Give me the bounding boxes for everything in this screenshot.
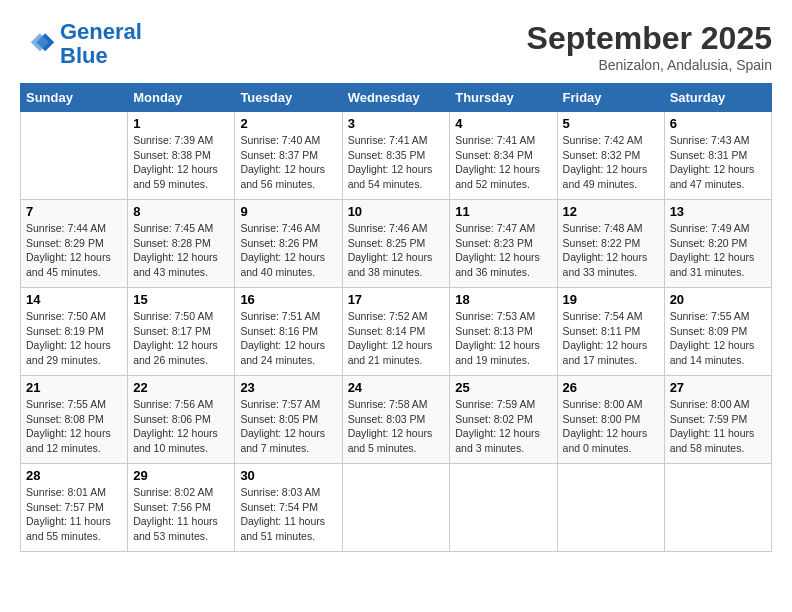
day-cell [342, 464, 450, 552]
day-cell: 25Sunrise: 7:59 AM Sunset: 8:02 PM Dayli… [450, 376, 557, 464]
day-info: Sunrise: 7:56 AM Sunset: 8:06 PM Dayligh… [133, 397, 229, 456]
day-info: Sunrise: 7:47 AM Sunset: 8:23 PM Dayligh… [455, 221, 551, 280]
day-cell: 7Sunrise: 7:44 AM Sunset: 8:29 PM Daylig… [21, 200, 128, 288]
col-header-wednesday: Wednesday [342, 84, 450, 112]
location: Benizalon, Andalusia, Spain [527, 57, 772, 73]
day-info: Sunrise: 7:54 AM Sunset: 8:11 PM Dayligh… [563, 309, 659, 368]
day-cell: 14Sunrise: 7:50 AM Sunset: 8:19 PM Dayli… [21, 288, 128, 376]
day-info: Sunrise: 7:53 AM Sunset: 8:13 PM Dayligh… [455, 309, 551, 368]
day-info: Sunrise: 7:42 AM Sunset: 8:32 PM Dayligh… [563, 133, 659, 192]
logo-icon [20, 26, 56, 62]
week-row-4: 21Sunrise: 7:55 AM Sunset: 8:08 PM Dayli… [21, 376, 772, 464]
day-info: Sunrise: 7:57 AM Sunset: 8:05 PM Dayligh… [240, 397, 336, 456]
calendar-table: SundayMondayTuesdayWednesdayThursdayFrid… [20, 83, 772, 552]
day-cell: 12Sunrise: 7:48 AM Sunset: 8:22 PM Dayli… [557, 200, 664, 288]
day-number: 30 [240, 468, 336, 483]
day-info: Sunrise: 7:48 AM Sunset: 8:22 PM Dayligh… [563, 221, 659, 280]
day-cell: 13Sunrise: 7:49 AM Sunset: 8:20 PM Dayli… [664, 200, 771, 288]
day-cell: 30Sunrise: 8:03 AM Sunset: 7:54 PM Dayli… [235, 464, 342, 552]
day-info: Sunrise: 7:49 AM Sunset: 8:20 PM Dayligh… [670, 221, 766, 280]
day-cell: 8Sunrise: 7:45 AM Sunset: 8:28 PM Daylig… [128, 200, 235, 288]
day-info: Sunrise: 7:50 AM Sunset: 8:19 PM Dayligh… [26, 309, 122, 368]
week-row-1: 1Sunrise: 7:39 AM Sunset: 8:38 PM Daylig… [21, 112, 772, 200]
day-cell: 4Sunrise: 7:41 AM Sunset: 8:34 PM Daylig… [450, 112, 557, 200]
day-number: 17 [348, 292, 445, 307]
col-header-thursday: Thursday [450, 84, 557, 112]
day-number: 19 [563, 292, 659, 307]
day-cell: 21Sunrise: 7:55 AM Sunset: 8:08 PM Dayli… [21, 376, 128, 464]
day-cell: 3Sunrise: 7:41 AM Sunset: 8:35 PM Daylig… [342, 112, 450, 200]
day-cell: 28Sunrise: 8:01 AM Sunset: 7:57 PM Dayli… [21, 464, 128, 552]
day-info: Sunrise: 7:55 AM Sunset: 8:08 PM Dayligh… [26, 397, 122, 456]
day-number: 9 [240, 204, 336, 219]
day-info: Sunrise: 7:43 AM Sunset: 8:31 PM Dayligh… [670, 133, 766, 192]
day-number: 13 [670, 204, 766, 219]
day-number: 20 [670, 292, 766, 307]
day-cell: 20Sunrise: 7:55 AM Sunset: 8:09 PM Dayli… [664, 288, 771, 376]
day-cell [450, 464, 557, 552]
day-cell: 26Sunrise: 8:00 AM Sunset: 8:00 PM Dayli… [557, 376, 664, 464]
day-number: 2 [240, 116, 336, 131]
day-info: Sunrise: 7:46 AM Sunset: 8:26 PM Dayligh… [240, 221, 336, 280]
week-row-2: 7Sunrise: 7:44 AM Sunset: 8:29 PM Daylig… [21, 200, 772, 288]
day-info: Sunrise: 7:39 AM Sunset: 8:38 PM Dayligh… [133, 133, 229, 192]
day-cell [21, 112, 128, 200]
day-cell: 1Sunrise: 7:39 AM Sunset: 8:38 PM Daylig… [128, 112, 235, 200]
day-number: 1 [133, 116, 229, 131]
day-cell: 11Sunrise: 7:47 AM Sunset: 8:23 PM Dayli… [450, 200, 557, 288]
day-number: 4 [455, 116, 551, 131]
col-header-monday: Monday [128, 84, 235, 112]
title-block: September 2025 Benizalon, Andalusia, Spa… [527, 20, 772, 73]
logo-text: General Blue [60, 20, 142, 68]
day-number: 24 [348, 380, 445, 395]
day-info: Sunrise: 7:44 AM Sunset: 8:29 PM Dayligh… [26, 221, 122, 280]
day-number: 27 [670, 380, 766, 395]
day-cell [557, 464, 664, 552]
day-number: 26 [563, 380, 659, 395]
day-info: Sunrise: 7:46 AM Sunset: 8:25 PM Dayligh… [348, 221, 445, 280]
header-row: SundayMondayTuesdayWednesdayThursdayFrid… [21, 84, 772, 112]
day-number: 6 [670, 116, 766, 131]
day-number: 15 [133, 292, 229, 307]
day-number: 5 [563, 116, 659, 131]
day-number: 18 [455, 292, 551, 307]
day-cell: 2Sunrise: 7:40 AM Sunset: 8:37 PM Daylig… [235, 112, 342, 200]
day-info: Sunrise: 8:02 AM Sunset: 7:56 PM Dayligh… [133, 485, 229, 544]
day-number: 14 [26, 292, 122, 307]
day-cell [664, 464, 771, 552]
day-info: Sunrise: 7:51 AM Sunset: 8:16 PM Dayligh… [240, 309, 336, 368]
day-number: 3 [348, 116, 445, 131]
col-header-tuesday: Tuesday [235, 84, 342, 112]
day-info: Sunrise: 7:55 AM Sunset: 8:09 PM Dayligh… [670, 309, 766, 368]
day-cell: 16Sunrise: 7:51 AM Sunset: 8:16 PM Dayli… [235, 288, 342, 376]
day-cell: 29Sunrise: 8:02 AM Sunset: 7:56 PM Dayli… [128, 464, 235, 552]
day-cell: 27Sunrise: 8:00 AM Sunset: 7:59 PM Dayli… [664, 376, 771, 464]
week-row-5: 28Sunrise: 8:01 AM Sunset: 7:57 PM Dayli… [21, 464, 772, 552]
day-number: 28 [26, 468, 122, 483]
day-info: Sunrise: 7:41 AM Sunset: 8:34 PM Dayligh… [455, 133, 551, 192]
col-header-friday: Friday [557, 84, 664, 112]
day-number: 11 [455, 204, 551, 219]
col-header-sunday: Sunday [21, 84, 128, 112]
day-info: Sunrise: 7:50 AM Sunset: 8:17 PM Dayligh… [133, 309, 229, 368]
day-info: Sunrise: 8:03 AM Sunset: 7:54 PM Dayligh… [240, 485, 336, 544]
day-number: 12 [563, 204, 659, 219]
day-info: Sunrise: 7:58 AM Sunset: 8:03 PM Dayligh… [348, 397, 445, 456]
day-cell: 19Sunrise: 7:54 AM Sunset: 8:11 PM Dayli… [557, 288, 664, 376]
month-title: September 2025 [527, 20, 772, 57]
day-info: Sunrise: 7:59 AM Sunset: 8:02 PM Dayligh… [455, 397, 551, 456]
logo: General Blue [20, 20, 142, 68]
day-cell: 23Sunrise: 7:57 AM Sunset: 8:05 PM Dayli… [235, 376, 342, 464]
day-cell: 15Sunrise: 7:50 AM Sunset: 8:17 PM Dayli… [128, 288, 235, 376]
day-info: Sunrise: 7:52 AM Sunset: 8:14 PM Dayligh… [348, 309, 445, 368]
day-number: 8 [133, 204, 229, 219]
day-info: Sunrise: 8:00 AM Sunset: 7:59 PM Dayligh… [670, 397, 766, 456]
day-number: 23 [240, 380, 336, 395]
day-number: 10 [348, 204, 445, 219]
day-cell: 24Sunrise: 7:58 AM Sunset: 8:03 PM Dayli… [342, 376, 450, 464]
day-cell: 18Sunrise: 7:53 AM Sunset: 8:13 PM Dayli… [450, 288, 557, 376]
day-info: Sunrise: 7:45 AM Sunset: 8:28 PM Dayligh… [133, 221, 229, 280]
day-info: Sunrise: 7:40 AM Sunset: 8:37 PM Dayligh… [240, 133, 336, 192]
day-number: 7 [26, 204, 122, 219]
day-cell: 17Sunrise: 7:52 AM Sunset: 8:14 PM Dayli… [342, 288, 450, 376]
